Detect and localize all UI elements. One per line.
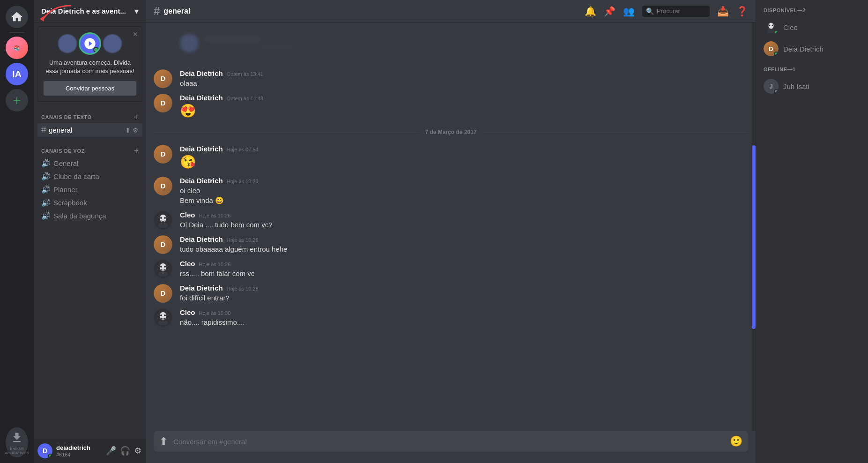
channel-header-icons: 🔔 📌 👥 🔍 📥 ❓ (585, 6, 748, 17)
message-group: Cleo Hoje às 10:30 não.... rapidissimo..… (146, 306, 756, 329)
messages-area[interactable]: D Deia Dietrich Ontem às 13:41 olaaa D D… (146, 22, 756, 431)
text-channels-label: CANAIS DE TEXTO (41, 114, 92, 120)
message-header: Deia Dietrich Hoje às 10:26 (180, 235, 748, 243)
blurred-messages (146, 30, 756, 67)
member-item-cleo[interactable]: Cleo (760, 17, 864, 37)
date-divider-line (154, 132, 419, 133)
add-text-channel-button[interactable]: + (134, 113, 139, 121)
member-name-cleo: Cleo (783, 23, 798, 31)
channel-name-general: general (49, 126, 125, 134)
download-apps-button[interactable]: BAIXARAPLICATIVOS (6, 427, 28, 457)
message-avatar: D (154, 235, 172, 254)
voice-channels-label: CANAIS DE VOZ (41, 148, 85, 154)
online-status-dot (774, 30, 779, 35)
message-content: oi cleoBem vinda 😄 (180, 186, 748, 205)
voice-channel-name-scrapbook: Scrapbook (53, 199, 87, 207)
user-info: deiadietrich #6164 (56, 444, 101, 458)
svg-point-10 (164, 266, 166, 268)
scrollbar-track[interactable] (752, 22, 756, 431)
pin-icon[interactable]: 📌 (604, 6, 616, 17)
message-author[interactable]: Deia Dietrich (180, 94, 223, 102)
message-header: Deia Dietrich Ontem às 14:48 (180, 94, 748, 102)
settings-channel-icon[interactable]: ⚙ (133, 127, 139, 134)
server-header[interactable]: Deia Dietrich e as avent... ▾ (34, 0, 146, 22)
message-author[interactable]: Deia Dietrich (180, 177, 223, 185)
message-timestamp: Hoje às 10:26 (199, 261, 231, 267)
voice-channel-name-general: General (53, 159, 78, 167)
message-group: Cleo Hoje às 10:26 Oi Deia .... tudo bem… (146, 209, 756, 232)
server-icon-ia[interactable]: IA (6, 63, 28, 85)
speaker-icon-planner: 🔊 (41, 185, 51, 194)
help-icon[interactable]: ❓ (736, 6, 748, 17)
headphones-icon[interactable]: 🎧 (119, 445, 131, 457)
message-group: Cleo Hoje às 10:26 rss..... bom falar co… (146, 258, 756, 280)
server-icon-main[interactable]: 📚 (6, 37, 28, 59)
message-header: Cleo Hoje às 10:26 (180, 260, 748, 268)
voice-channel-name-planner: Planner (53, 186, 78, 194)
invite-people-button[interactable]: Convidar pessoas (44, 81, 136, 96)
bell-icon[interactable]: 🔔 (585, 6, 596, 17)
text-channels-header[interactable]: CANAIS DE TEXTO + (37, 113, 142, 121)
message-author[interactable]: Cleo (180, 211, 195, 219)
icon-bar: 📚 IA ＋ BAIXARAPLICATIVOS (0, 0, 34, 463)
speaker-icon-clube: 🔊 (41, 172, 51, 181)
emoji-icon[interactable]: 🙂 (730, 435, 742, 448)
message-input[interactable] (173, 437, 724, 447)
svg-point-9 (160, 266, 162, 268)
message-group: D Deia Dietrich Hoje às 10:23 oi cleoBem… (146, 175, 756, 207)
member-name-deia: Deia Dietrich (783, 45, 823, 53)
members-icon[interactable]: 👥 (623, 6, 635, 17)
message-avatar (154, 260, 172, 278)
voice-channel-scrapbook[interactable]: 🔊 Scrapbook (37, 196, 142, 209)
message-group: D Deia Dietrich Hoje às 10:28 foi difíci… (146, 282, 756, 305)
inbox-icon[interactable]: 📥 (717, 6, 729, 17)
member-item-juh[interactable]: J Juh Isati (760, 76, 864, 97)
message-group: D Deia Dietrich Hoje às 07:54 😘 (146, 143, 756, 172)
svg-rect-2 (159, 223, 167, 228)
speaker-icon-general: 🔊 (41, 159, 51, 168)
add-voice-channel-button[interactable]: + (134, 147, 139, 155)
message-header: Cleo Hoje às 10:30 (180, 308, 748, 316)
message-author[interactable]: Cleo (180, 308, 195, 316)
message-header: Cleo Hoje às 10:26 (180, 211, 748, 219)
svg-point-15 (164, 314, 166, 316)
search-input[interactable] (657, 7, 706, 15)
svg-rect-17 (768, 30, 774, 33)
voice-channels-section: CANAIS DE VOZ + 🔊 General 🔊 Clube da car… (34, 139, 146, 224)
scrollbar-thumb[interactable] (752, 145, 756, 329)
invite-channel-icon[interactable]: ⬆ (125, 127, 131, 134)
voice-channels-header[interactable]: CANAIS DE VOZ + (37, 147, 142, 155)
search-bar[interactable]: 🔍 (642, 6, 710, 17)
voice-channel-general[interactable]: 🔊 General (37, 157, 142, 170)
message-group: D Deia Dietrich Ontem às 13:41 olaaa (146, 67, 756, 90)
message-author[interactable]: Deia Dietrich (180, 235, 223, 243)
voice-channel-planner[interactable]: 🔊 Planner (37, 183, 142, 196)
message-avatar (154, 211, 172, 230)
svg-point-19 (769, 25, 771, 26)
message-author[interactable]: Deia Dietrich (180, 69, 223, 77)
voice-channel-sala[interactable]: 🔊 Sala da bagunça (37, 209, 142, 222)
server-name: Deia Dietrich e as avent... (41, 7, 126, 15)
voice-channel-clube[interactable]: 🔊 Clube da carta (37, 170, 142, 183)
main-content: # general 🔔 📌 👥 🔍 📥 ❓ (146, 0, 756, 463)
speaker-icon-sala: 🔊 (41, 211, 51, 220)
user-avatar[interactable]: D (37, 443, 52, 458)
upload-icon[interactable]: ⬆ (159, 435, 168, 448)
user-settings-icon[interactable]: ⚙ (133, 445, 142, 457)
chevron-down-icon: ▾ (134, 6, 139, 16)
svg-point-20 (772, 25, 773, 26)
message-author[interactable]: Deia Dietrich (180, 284, 223, 292)
message-timestamp: Hoje às 10:26 (227, 237, 259, 243)
message-content: Oi Deia .... tudo bem com vc? (180, 220, 748, 230)
add-server-button[interactable]: ＋ (6, 89, 28, 112)
message-author[interactable]: Cleo (180, 260, 195, 268)
message-author[interactable]: Deia Dietrich (180, 145, 223, 153)
server-icon-home[interactable] (6, 6, 28, 28)
message-avatar: D (154, 94, 172, 112)
close-popup-button[interactable]: ✕ (133, 30, 138, 38)
member-item-deia[interactable]: D Deia Dietrich (760, 38, 864, 59)
message-timestamp: Hoje às 10:26 (199, 213, 231, 218)
channel-header-name: general (163, 7, 190, 15)
microphone-icon[interactable]: 🎤 (105, 445, 117, 457)
channel-item-general[interactable]: # general ⬆ ⚙ (37, 123, 142, 137)
